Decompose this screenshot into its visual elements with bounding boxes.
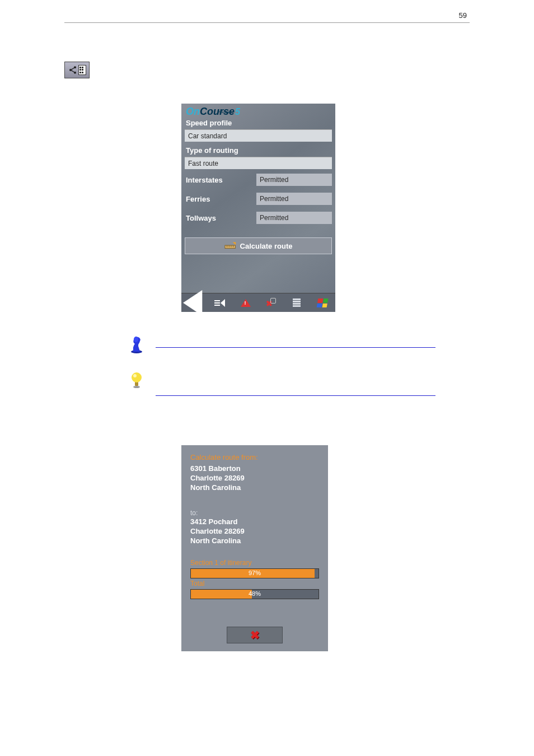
note-rule <box>156 395 435 396</box>
section-progress-bar: 97% <box>190 568 319 578</box>
to-label: to: <box>190 509 319 517</box>
ferries-select[interactable]: Permitted <box>256 193 332 205</box>
type-of-routing-select[interactable]: Fast route <box>185 157 332 169</box>
windows-button[interactable] <box>311 295 334 311</box>
svg-line-3 <box>71 68 74 69</box>
logo-on: On <box>186 106 200 118</box>
speed-profile-select[interactable]: Car standard <box>185 129 332 142</box>
note-row-bulb <box>129 370 435 396</box>
svg-line-4 <box>71 71 74 72</box>
header-rule <box>64 22 470 23</box>
pawn-icon <box>129 335 144 354</box>
from-address-line2: Charlotte 28269 <box>190 473 319 483</box>
page-number: 59 <box>459 11 467 20</box>
close-icon: ✖ <box>250 628 260 642</box>
tollways-select[interactable]: Permitted <box>256 212 332 224</box>
calculator-icon <box>78 65 86 75</box>
windows-icon <box>317 298 329 307</box>
logo-navigator: Navigator <box>219 110 233 114</box>
svg-point-12 <box>134 337 138 342</box>
bottom-toolbar: ✖ <box>181 293 335 312</box>
ruler-icon <box>224 242 237 250</box>
cancel-button[interactable]: ✖ <box>227 627 283 643</box>
speed-profile-label: Speed profile <box>181 118 335 128</box>
list-back-icon <box>214 299 225 307</box>
svg-rect-14 <box>135 382 138 386</box>
note-rule <box>156 347 435 348</box>
lightbulb-icon <box>129 370 144 389</box>
total-progress-bar: 48% <box>190 589 319 599</box>
route-calc-icon <box>64 62 90 78</box>
tollways-label: Tollways <box>185 214 256 222</box>
total-progress-text: 48% <box>191 590 318 597</box>
interstates-label: Interstates <box>185 176 256 184</box>
note-row-pawn <box>129 335 435 354</box>
layers-icon <box>293 298 301 307</box>
to-address-line3: North Carolina <box>190 536 319 545</box>
section-progress-label: Section 1 of itinerary <box>190 559 319 567</box>
share-icon <box>68 66 77 74</box>
section-progress-text: 97% <box>191 570 318 576</box>
interstates-select[interactable]: Permitted <box>256 174 332 186</box>
warning-icon <box>241 299 251 307</box>
gps-off-icon: ✖ <box>266 298 276 308</box>
svg-point-13 <box>133 386 140 388</box>
app-logo: On Course 5 Navigator <box>181 104 335 118</box>
total-progress-label: Total <box>190 580 319 587</box>
from-address-line1: 6301 Baberton <box>190 464 319 473</box>
route-progress-screenshot: Calculate route from: 6301 Baberton Char… <box>181 445 328 651</box>
ferries-label: Ferries <box>185 195 256 203</box>
layers-button[interactable] <box>285 295 308 311</box>
routing-options-screenshot: On Course 5 Navigator Speed profile Car … <box>181 104 335 312</box>
list-back-button[interactable] <box>209 295 231 311</box>
to-address-line2: Charlotte 28269 <box>190 526 319 536</box>
back-button[interactable] <box>183 295 205 311</box>
calc-from-title: Calculate route from: <box>190 453 319 461</box>
svg-point-15 <box>132 372 142 382</box>
type-of-routing-label: Type of routing <box>181 145 335 156</box>
svg-marker-10 <box>183 290 202 316</box>
calculate-route-label: Calculate route <box>240 242 293 250</box>
calculate-route-button[interactable]: Calculate route <box>185 237 332 254</box>
svg-point-16 <box>133 374 137 377</box>
from-address-line3: North Carolina <box>190 483 319 492</box>
logo-5: 5 <box>235 107 240 117</box>
warning-button[interactable] <box>235 295 257 311</box>
svg-rect-5 <box>224 245 235 249</box>
back-icon <box>183 290 205 316</box>
to-address-line1: 3412 Pochard <box>190 517 319 526</box>
gps-off-button[interactable]: ✖ <box>260 295 282 311</box>
